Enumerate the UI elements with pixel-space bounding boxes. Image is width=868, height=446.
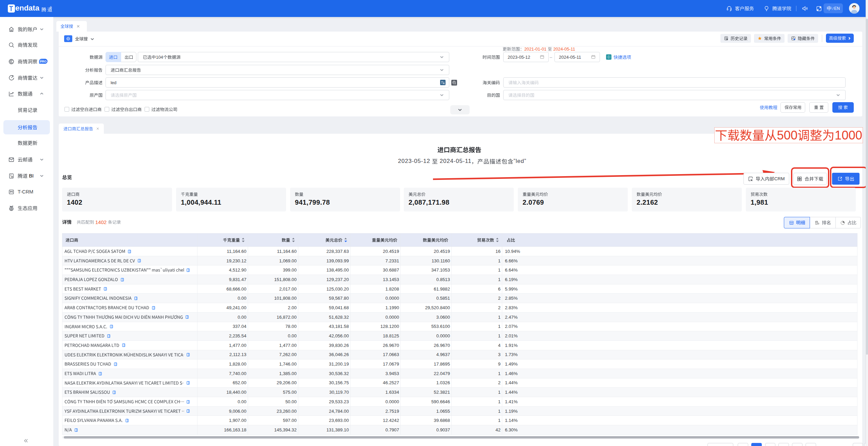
svg-text:BI: BI (11, 176, 13, 178)
